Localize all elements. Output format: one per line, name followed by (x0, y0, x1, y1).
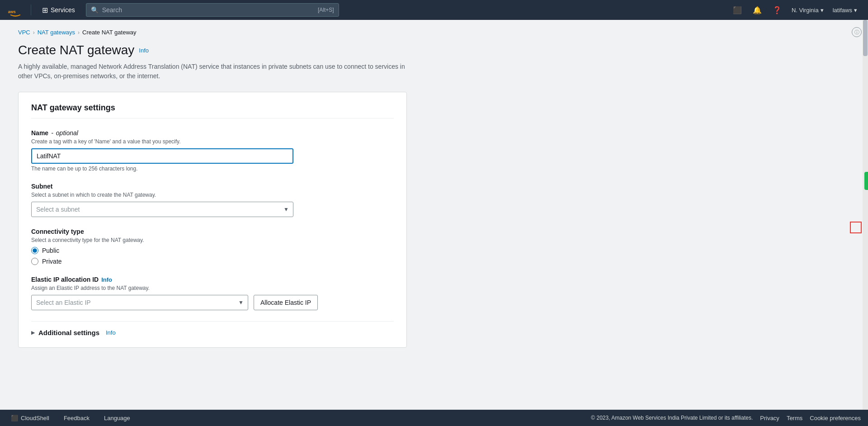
breadcrumb-sep-1: › (33, 29, 35, 36)
name-hint: Create a tag with a key of 'Name' and a … (31, 138, 394, 145)
cloudshell-button[interactable]: ⬛ CloudShell (7, 413, 53, 423)
chevron-down-icon-user: ▾ (854, 7, 857, 14)
elastic-ip-row: Select an Elastic IP ▼ Allocate Elastic … (31, 295, 394, 310)
search-input[interactable] (102, 6, 314, 14)
scrollbar-thumb[interactable] (863, 20, 868, 56)
name-input[interactable] (31, 148, 293, 164)
breadcrumb-vpc-link[interactable]: VPC (18, 29, 30, 36)
green-side-handle[interactable] (864, 172, 868, 190)
search-bar: 🔍 [Alt+S] (86, 3, 339, 17)
elastic-ip-select-wrapper: Select an Elastic IP ▼ (31, 295, 248, 310)
page-title-row: Create NAT gateway Info (18, 43, 844, 57)
region-selector[interactable]: N. Virginia ▾ (788, 4, 827, 16)
grid-icon: ⊞ (42, 6, 48, 14)
context-info-circle[interactable]: ⓘ (852, 27, 862, 37)
main-content: VPC › NAT gateways › Create NAT gateway … (0, 20, 863, 410)
subnet-section: Subnet Select a subnet in which to creat… (31, 183, 394, 217)
breadcrumb: VPC › NAT gateways › Create NAT gateway (18, 29, 844, 36)
nav-right-group: ⬛ 🔔 ❓ N. Virginia ▾ latifaws ▾ (728, 3, 861, 17)
connectivity-private-label: Private (42, 258, 62, 265)
region-label: N. Virginia (792, 7, 819, 14)
elastic-ip-section: Elastic IP allocation ID Info Assign an … (31, 276, 394, 310)
aws-logo[interactable]: aws (7, 2, 24, 18)
chevron-down-icon: ▾ (821, 7, 824, 14)
support-button[interactable]: ❓ (768, 3, 786, 17)
additional-settings-header[interactable]: ▶ Additional settings Info (31, 329, 394, 336)
name-char-limit: The name can be up to 256 characters lon… (31, 166, 394, 172)
bottom-bar-right: © 2023, Amazon Web Services India Privat… (591, 415, 861, 421)
cloudshell-terminal-icon: ⬛ (11, 415, 18, 421)
nav-divider-1 (31, 5, 31, 15)
page-title: Create NAT gateway (18, 43, 134, 57)
elastic-ip-info-link[interactable]: Info (101, 276, 112, 283)
top-navigation: aws ⊞ Services 🔍 [Alt+S] ⬛ 🔔 ❓ N. Virgin… (0, 0, 868, 20)
cookie-prefs-link[interactable]: Cookie preferences (810, 415, 861, 421)
breadcrumb-nat-gateways-link[interactable]: NAT gateways (38, 29, 75, 36)
subnet-label: Subnet (31, 183, 394, 190)
feedback-button[interactable]: Feedback (60, 413, 93, 423)
connectivity-label: Connectivity type (31, 228, 394, 235)
elastic-ip-label: Elastic IP allocation ID Info (31, 276, 394, 283)
privacy-link[interactable]: Privacy (760, 415, 779, 421)
subnet-select-wrapper: Select a subnet ▼ (31, 202, 293, 217)
cloudshell-label: CloudShell (21, 415, 49, 421)
bottom-bar: ⬛ CloudShell Feedback Language © 2023, A… (0, 410, 868, 426)
connectivity-private-radio[interactable] (31, 258, 38, 265)
services-menu-button[interactable]: ⊞ Services (38, 4, 79, 16)
scrollbar-track[interactable] (863, 20, 868, 410)
connectivity-hint: Select a connectivity type for the NAT g… (31, 237, 394, 243)
cloudshell-icon-button[interactable]: ⬛ (728, 3, 746, 17)
search-shortcut: [Alt+S] (318, 7, 334, 13)
breadcrumb-current: Create NAT gateway (82, 29, 136, 36)
bell-icon: 🔔 (753, 6, 762, 14)
page-description: A highly available, managed Network Addr… (18, 62, 407, 81)
additional-settings-info-link[interactable]: Info (106, 329, 116, 336)
subnet-select[interactable]: Select a subnet (31, 202, 293, 217)
allocate-elastic-ip-button[interactable]: Allocate Elastic IP (254, 295, 318, 310)
question-icon: ❓ (773, 6, 782, 14)
copyright-text: © 2023, Amazon Web Services India Privat… (591, 415, 753, 421)
name-optional-text: - (51, 129, 53, 137)
feedback-label: Feedback (64, 415, 90, 421)
language-button[interactable]: Language (100, 413, 134, 423)
settings-card: NAT gateway settings Name - optional Cre… (18, 92, 407, 348)
connectivity-public-option[interactable]: Public (31, 247, 394, 254)
breadcrumb-sep-2: › (78, 29, 80, 36)
additional-settings-chevron-icon: ▶ (31, 330, 35, 336)
name-section: Name - optional Create a tag with a key … (31, 129, 394, 172)
user-menu-button[interactable]: latifaws ▾ (829, 4, 861, 16)
additional-settings-section: ▶ Additional settings Info (31, 321, 394, 336)
notifications-button[interactable]: 🔔 (748, 3, 766, 17)
services-label: Services (51, 6, 75, 14)
terminal-icon: ⬛ (733, 6, 742, 14)
svg-text:aws: aws (8, 9, 16, 14)
additional-settings-label: Additional settings (38, 329, 99, 336)
main-wrapper: VPC › NAT gateways › Create NAT gateway … (0, 20, 868, 410)
search-icon: 🔍 (91, 6, 99, 14)
connectivity-public-radio[interactable] (31, 247, 38, 254)
connectivity-radio-group: Public Private (31, 247, 394, 265)
name-label: Name - optional (31, 129, 394, 137)
settings-card-title: NAT gateway settings (31, 103, 394, 118)
language-label: Language (104, 415, 130, 421)
page-info-link[interactable]: Info (139, 47, 149, 54)
elastic-ip-select[interactable]: Select an Elastic IP (31, 295, 248, 310)
connectivity-public-label: Public (42, 247, 59, 254)
subnet-hint: Select a subnet in which to create the N… (31, 192, 394, 198)
elastic-ip-hint: Assign an Elastic IP address to the NAT … (31, 285, 394, 291)
username-label: latifaws (833, 7, 852, 14)
terms-link[interactable]: Terms (787, 415, 802, 421)
name-optional-label: optional (56, 129, 78, 137)
connectivity-section: Connectivity type Select a connectivity … (31, 228, 394, 265)
connectivity-private-option[interactable]: Private (31, 258, 394, 265)
